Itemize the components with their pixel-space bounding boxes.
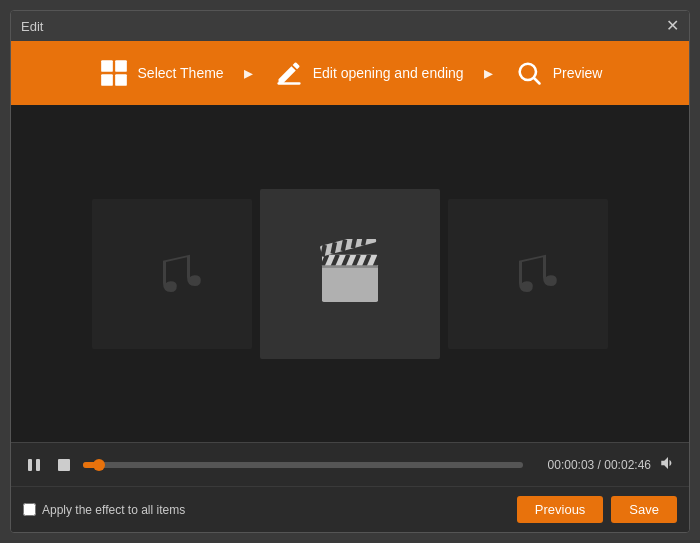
svg-rect-25 xyxy=(58,459,70,471)
chevron-icon-1: ▸ xyxy=(240,62,257,84)
edit-icon xyxy=(273,57,305,89)
previous-button[interactable]: Previous xyxy=(517,496,604,523)
title-bar: Edit ✕ xyxy=(11,11,689,41)
apply-effect-checkbox-label[interactable]: Apply the effect to all items xyxy=(23,503,185,517)
edit-window: Edit ✕ Select Theme ▸ E xyxy=(10,10,690,533)
theme-icon xyxy=(98,57,130,89)
controls-bar: 00:00:03 / 00:02:46 xyxy=(11,442,689,486)
media-thumb-center[interactable] xyxy=(260,189,440,359)
stop-button[interactable] xyxy=(53,454,75,476)
svg-rect-16 xyxy=(322,265,378,268)
preview-icon xyxy=(513,57,545,89)
media-thumb-left[interactable] xyxy=(92,199,252,349)
pause-button[interactable] xyxy=(23,454,45,476)
apply-effect-label: Apply the effect to all items xyxy=(42,503,185,517)
svg-rect-1 xyxy=(115,60,127,72)
main-content xyxy=(11,105,689,442)
chevron-icon-2: ▸ xyxy=(480,62,497,84)
media-strip xyxy=(11,105,689,442)
svg-rect-7 xyxy=(322,263,378,302)
save-button[interactable]: Save xyxy=(611,496,677,523)
svg-rect-2 xyxy=(101,74,113,86)
close-button[interactable]: ✕ xyxy=(666,18,679,34)
select-theme-label: Select Theme xyxy=(138,65,224,81)
toolbar: Select Theme ▸ Edit opening and ending ▸… xyxy=(11,41,689,105)
preview-label: Preview xyxy=(553,65,603,81)
clapperboard-icon xyxy=(315,239,385,309)
svg-rect-0 xyxy=(101,60,113,72)
svg-line-6 xyxy=(534,78,539,83)
edit-opening-label: Edit opening and ending xyxy=(313,65,464,81)
music-note-left xyxy=(142,244,202,304)
apply-effect-checkbox[interactable] xyxy=(23,503,36,516)
time-display: 00:00:03 / 00:02:46 xyxy=(531,458,651,472)
svg-rect-17 xyxy=(320,239,377,256)
svg-rect-23 xyxy=(28,459,32,471)
music-note-right xyxy=(498,244,558,304)
edit-opening-item[interactable]: Edit opening and ending xyxy=(257,57,480,89)
media-thumb-right[interactable] xyxy=(448,199,608,349)
volume-icon[interactable] xyxy=(659,454,677,475)
svg-rect-24 xyxy=(36,459,40,471)
progress-handle[interactable] xyxy=(93,459,105,471)
window-title: Edit xyxy=(21,19,43,34)
svg-rect-4 xyxy=(277,82,300,84)
svg-rect-3 xyxy=(115,74,127,86)
select-theme-item[interactable]: Select Theme xyxy=(82,57,240,89)
progress-bar[interactable] xyxy=(83,462,523,468)
bottom-bar: Apply the effect to all items Previous S… xyxy=(11,486,689,532)
preview-item[interactable]: Preview xyxy=(497,57,619,89)
